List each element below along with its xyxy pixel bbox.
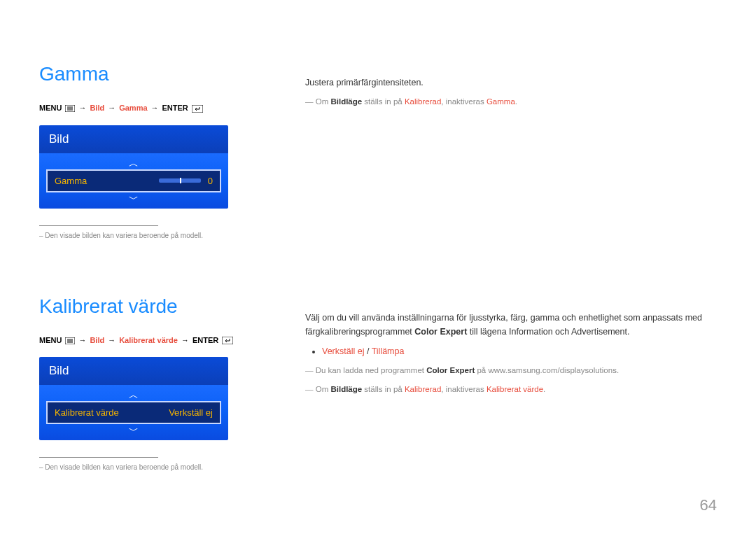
dash-icon: ― bbox=[305, 366, 314, 374]
chevron-down-icon[interactable]: ﹀ bbox=[46, 192, 221, 205]
osd-header: Bild bbox=[39, 357, 228, 385]
calibrated-right: Välj om du vill använda inställningarna … bbox=[305, 311, 717, 395]
calibrated-note-1: ― Du kan ladda ned programmet Color Expe… bbox=[305, 364, 717, 377]
menu-label: MENU bbox=[39, 104, 62, 112]
gamma-description: Justera primärfärgintensiteten. bbox=[305, 76, 717, 90]
option-item: Verkställ ej / Tillämpa bbox=[322, 344, 717, 358]
right-column: Justera primärfärgintensiteten. ― Om Bil… bbox=[305, 63, 717, 527]
crumb-bild: Bild bbox=[90, 336, 104, 344]
menu-label: MENU bbox=[39, 336, 62, 344]
osd-row-value-group: 0 bbox=[159, 176, 213, 186]
crumb-gamma: Gamma bbox=[119, 104, 147, 112]
calibrated-heading: Kalibrerat värde bbox=[39, 295, 263, 318]
calibrated-osd-box: Bild ︿ Kalibrerat värde Verkställ ej ﹀ bbox=[39, 357, 228, 440]
osd-body: ︿ Kalibrerat värde Verkställ ej ﹀ bbox=[39, 385, 228, 440]
calibrated-section: Kalibrerat värde MENU → Bild → Kalibrera… bbox=[39, 295, 263, 472]
osd-row-label: Gamma bbox=[55, 176, 87, 186]
enter-icon bbox=[192, 104, 203, 113]
arrow-icon: → bbox=[181, 336, 189, 344]
osd-selected-row[interactable]: Kalibrerat värde Verkställ ej bbox=[46, 401, 221, 424]
calibrated-disclaimer: – Den visade bilden kan variera beroende… bbox=[39, 463, 263, 471]
calibrated-note-2: ― Om Bildläge ställs in på Kalibrerad, i… bbox=[305, 383, 717, 395]
gamma-heading: Gamma bbox=[39, 63, 263, 85]
enter-label: ENTER bbox=[162, 104, 188, 112]
enter-icon bbox=[222, 336, 233, 345]
enter-label: ENTER bbox=[192, 336, 218, 344]
chevron-up-icon[interactable]: ︿ bbox=[46, 388, 221, 401]
arrow-icon: → bbox=[108, 336, 115, 344]
gamma-disclaimer: – Den visade bilden kan variera beroende… bbox=[39, 232, 263, 239]
arrow-icon: → bbox=[78, 336, 86, 344]
osd-selected-row[interactable]: Gamma 0 bbox=[46, 169, 221, 192]
crumb-bild: Bild bbox=[90, 104, 104, 112]
arrow-icon: → bbox=[78, 104, 86, 112]
crumb-calibrated: Kalibrerat värde bbox=[119, 336, 178, 344]
osd-body: ︿ Gamma 0 ﹀ bbox=[39, 153, 228, 209]
gamma-section: Gamma MENU → Bild → Gamma → ENTER Bild bbox=[39, 63, 263, 239]
osd-row-label: Kalibrerat värde bbox=[55, 407, 119, 418]
left-column: Gamma MENU → Bild → Gamma → ENTER Bild bbox=[39, 63, 263, 527]
divider bbox=[39, 457, 158, 458]
dash-icon: ― bbox=[305, 385, 314, 393]
calibrated-breadcrumb: MENU → Bild → Kalibrerat värde → ENTER bbox=[39, 336, 263, 345]
gamma-right: Justera primärfärgintensiteten. ― Om Bil… bbox=[305, 76, 717, 108]
arrow-icon: → bbox=[151, 104, 159, 112]
page-content: Gamma MENU → Bild → Gamma → ENTER Bild bbox=[0, 0, 756, 534]
calibrated-options: Verkställ ej / Tillämpa bbox=[305, 344, 717, 358]
calibrated-description: Välj om du vill använda inställningarna … bbox=[305, 311, 717, 339]
menu-icon bbox=[65, 336, 75, 344]
divider bbox=[39, 225, 158, 226]
gamma-osd-box: Bild ︿ Gamma 0 ﹀ bbox=[39, 125, 228, 209]
page-number: 64 bbox=[700, 496, 717, 514]
dash-icon: ― bbox=[305, 97, 314, 106]
osd-row-value: 0 bbox=[208, 176, 213, 186]
menu-icon bbox=[65, 104, 75, 112]
slider-icon[interactable] bbox=[159, 178, 201, 183]
chevron-up-icon[interactable]: ︿ bbox=[46, 157, 221, 169]
chevron-down-icon[interactable]: ﹀ bbox=[46, 424, 221, 437]
gamma-breadcrumb: MENU → Bild → Gamma → ENTER bbox=[39, 104, 263, 113]
gamma-note-1: ― Om Bildläge ställs in på Kalibrerad, i… bbox=[305, 95, 717, 108]
arrow-icon: → bbox=[108, 104, 115, 112]
osd-header: Bild bbox=[39, 125, 228, 153]
osd-row-value: Verkställ ej bbox=[169, 407, 213, 418]
